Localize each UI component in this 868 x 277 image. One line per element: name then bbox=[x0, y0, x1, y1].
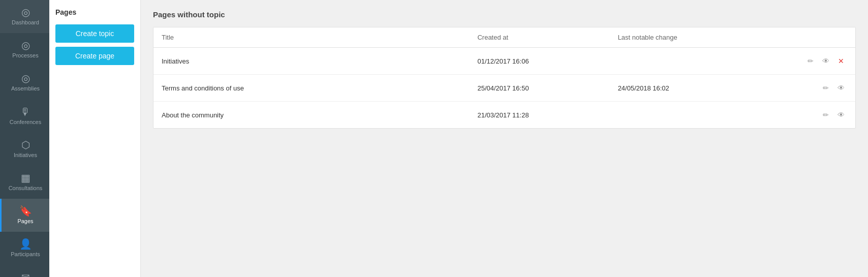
sidebar-item-label-conferences: Conferences bbox=[10, 119, 41, 126]
action-icons-group: ✏👁 bbox=[793, 109, 847, 121]
left-panel-title: Pages bbox=[55, 8, 134, 16]
cell-created-at: 25/04/2017 16:50 bbox=[469, 75, 609, 102]
sidebar-item-pages[interactable]: 🔖Pages bbox=[0, 199, 49, 232]
delete-icon[interactable]: ✕ bbox=[835, 55, 847, 67]
create-topic-button[interactable]: Create topic bbox=[55, 24, 134, 43]
action-icons-group: ✏👁 bbox=[793, 82, 847, 94]
section-title: Pages without topic bbox=[153, 10, 856, 19]
cell-title: Terms and conditions of use bbox=[153, 75, 469, 102]
sidebar: ◎Dashboard◎Processes◎Assemblies🎙Conferen… bbox=[0, 0, 49, 277]
left-panel: Pages Create topic Create page bbox=[49, 0, 141, 277]
col-header-title: Title bbox=[153, 27, 469, 48]
pages-table-container: Title Created at Last notable change Ini… bbox=[153, 27, 856, 129]
cell-actions: ✏👁 bbox=[785, 102, 855, 129]
sidebar-item-label-initiatives: Initiatives bbox=[14, 152, 37, 159]
sidebar-item-label-processes: Processes bbox=[12, 52, 38, 59]
consultations-icon: ▦ bbox=[21, 173, 30, 183]
cell-created-at: 01/12/2017 16:06 bbox=[469, 48, 609, 75]
cell-actions: ✏👁✕ bbox=[785, 48, 855, 75]
create-page-button[interactable]: Create page bbox=[55, 47, 134, 65]
sidebar-item-label-dashboard: Dashboard bbox=[12, 19, 39, 26]
pages-icon: 🔖 bbox=[19, 206, 32, 216]
edit-icon[interactable]: ✏ bbox=[820, 82, 832, 94]
sidebar-item-label-participants: Participants bbox=[11, 251, 40, 258]
table-header-row: Title Created at Last notable change bbox=[153, 27, 855, 48]
processes-icon: ◎ bbox=[21, 40, 30, 50]
dashboard-icon: ◎ bbox=[21, 7, 30, 17]
view-icon[interactable]: 👁 bbox=[820, 55, 832, 67]
pages-table: Title Created at Last notable change Ini… bbox=[153, 27, 855, 128]
participants-icon: 👤 bbox=[19, 239, 32, 249]
sidebar-item-label-assemblies: Assemblies bbox=[11, 85, 40, 92]
assemblies-icon: ◎ bbox=[21, 73, 30, 83]
view-icon[interactable]: 👁 bbox=[835, 109, 847, 121]
col-header-created: Created at bbox=[469, 27, 609, 48]
col-header-notable: Last notable change bbox=[610, 27, 785, 48]
initiatives-icon: ⬡ bbox=[21, 140, 30, 150]
conferences-icon: 🎙 bbox=[20, 107, 30, 117]
edit-icon[interactable]: ✏ bbox=[804, 55, 817, 67]
cell-last-notable-change bbox=[610, 102, 785, 129]
sidebar-item-mail[interactable]: ✉Mail bbox=[0, 265, 49, 278]
right-panel: Pages without topic Title Created at Las… bbox=[141, 0, 868, 277]
cell-title: Initiatives bbox=[153, 48, 469, 75]
view-icon[interactable]: 👁 bbox=[835, 82, 847, 94]
sidebar-item-processes[interactable]: ◎Processes bbox=[0, 33, 49, 66]
mail-icon: ✉ bbox=[21, 272, 30, 278]
sidebar-item-assemblies[interactable]: ◎Assemblies bbox=[0, 66, 49, 99]
cell-actions: ✏👁 bbox=[785, 75, 855, 102]
sidebar-item-label-consultations: Consultations bbox=[9, 185, 43, 192]
table-row: About the community21/03/2017 11:28✏👁 bbox=[153, 102, 855, 129]
sidebar-item-conferences[interactable]: 🎙Conferences bbox=[0, 100, 49, 133]
sidebar-item-consultations[interactable]: ▦Consultations bbox=[0, 166, 49, 199]
sidebar-item-initiatives[interactable]: ⬡Initiatives bbox=[0, 133, 49, 166]
main-content: Pages Create topic Create page Pages wit… bbox=[49, 0, 868, 277]
cell-created-at: 21/03/2017 11:28 bbox=[469, 102, 609, 129]
cell-last-notable-change bbox=[610, 48, 785, 75]
table-row: Initiatives01/12/2017 16:06✏👁✕ bbox=[153, 48, 855, 75]
sidebar-item-participants[interactable]: 👤Participants bbox=[0, 232, 49, 265]
edit-icon[interactable]: ✏ bbox=[820, 109, 832, 121]
sidebar-item-label-pages: Pages bbox=[17, 218, 33, 225]
sidebar-item-dashboard[interactable]: ◎Dashboard bbox=[0, 0, 49, 33]
table-row: Terms and conditions of use25/04/2017 16… bbox=[153, 75, 855, 102]
cell-last-notable-change: 24/05/2018 16:02 bbox=[610, 75, 785, 102]
col-header-actions bbox=[785, 27, 855, 48]
table-body: Initiatives01/12/2017 16:06✏👁✕Terms and … bbox=[153, 48, 855, 129]
cell-title: About the community bbox=[153, 102, 469, 129]
action-icons-group: ✏👁✕ bbox=[793, 55, 847, 67]
